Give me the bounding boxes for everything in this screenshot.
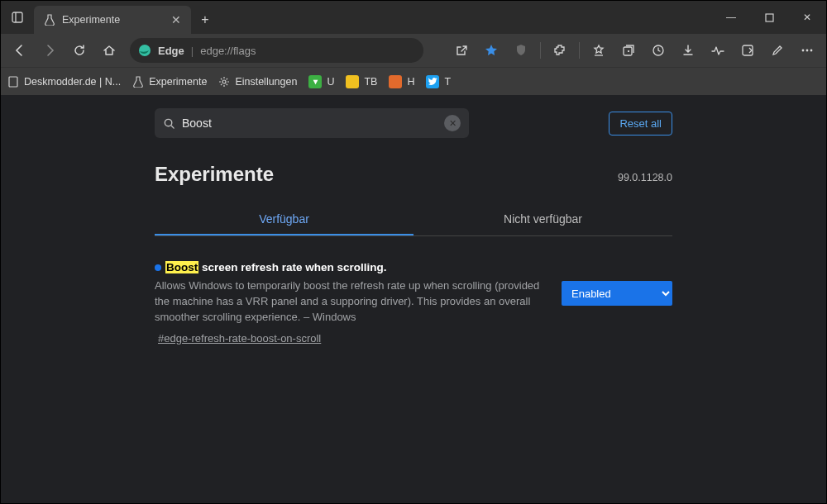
favorite-star-icon[interactable] [477, 37, 505, 64]
app-icon[interactable] [734, 37, 762, 64]
bookmark-label: Einstellungen [235, 76, 297, 88]
downloads-icon[interactable] [674, 37, 702, 64]
svg-rect-0 [12, 12, 22, 22]
clear-search-icon[interactable]: ✕ [444, 115, 461, 131]
page-icon [7, 76, 19, 88]
tab-available[interactable]: Verfügbar [155, 204, 414, 235]
bookmark-label: Experimente [149, 76, 207, 88]
search-icon [163, 117, 175, 130]
svg-point-8 [802, 50, 805, 52]
back-button[interactable] [6, 37, 34, 64]
home-button[interactable] [95, 37, 123, 64]
toolbar: Edge | edge://flags [1, 34, 826, 67]
favicon-icon [346, 75, 359, 88]
bookmark-tb[interactable]: TB [346, 75, 377, 88]
svg-point-10 [810, 50, 813, 52]
minimize-button[interactable]: — [712, 1, 750, 34]
page-content: ✕ Reset all Experimente 99.0.1128.0 Verf… [1, 95, 826, 503]
svg-point-3 [139, 45, 151, 56]
tab-actions-icon[interactable] [1, 12, 34, 23]
history-icon[interactable] [644, 37, 672, 64]
favicon-icon: ▾ [308, 75, 322, 88]
close-window-button[interactable]: ✕ [788, 1, 826, 34]
close-tab-icon[interactable]: ✕ [171, 13, 181, 26]
bookmark-deskmodder[interactable]: Deskmodder.de | N... [7, 76, 121, 88]
flag-hash-link[interactable]: #edge-refresh-rate-boost-on-scroll [158, 332, 321, 345]
address-bar[interactable]: Edge | edge://flags [130, 38, 423, 63]
favorites-list-icon[interactable] [585, 37, 613, 64]
bookmark-label: Deskmodder.de | N... [24, 76, 121, 88]
collections-icon[interactable] [614, 37, 643, 64]
bookmark-experimente[interactable]: Experimente [132, 76, 207, 88]
forward-button[interactable] [36, 37, 64, 64]
search-input[interactable] [182, 116, 437, 130]
flag-state-select[interactable]: Enabled [562, 281, 672, 306]
bookmark-einstellungen[interactable]: Einstellungen [218, 76, 297, 88]
flag-description: Allows Windows to temporarily boost the … [155, 278, 545, 326]
svg-rect-11 [9, 77, 17, 87]
maximize-button[interactable] [750, 1, 788, 34]
flag-title-highlight: Boost [165, 261, 198, 273]
svg-line-14 [171, 126, 174, 128]
address-url: edge://flags [200, 45, 256, 57]
flask-icon [132, 76, 144, 88]
flag-title: Boost screen refresh rate when scrolling… [155, 261, 545, 273]
bookmark-label: U [327, 76, 334, 88]
shield-icon[interactable] [507, 37, 535, 64]
titlebar: Experimente ✕ + — ✕ [1, 1, 826, 34]
svg-point-13 [165, 119, 171, 126]
bookmark-u[interactable]: ▾ U [308, 75, 334, 88]
tab-title: Experimente [62, 14, 120, 26]
flag-item: Boost screen refresh rate when scrolling… [155, 261, 672, 345]
edit-icon[interactable] [763, 37, 791, 64]
more-menu-icon[interactable] [793, 37, 821, 64]
bookmark-label: TB [364, 76, 377, 88]
extensions-icon[interactable] [546, 37, 574, 64]
version-label: 99.0.1128.0 [618, 172, 672, 183]
favicon-icon [389, 75, 402, 88]
svg-point-12 [222, 80, 226, 83]
refresh-button[interactable] [65, 37, 93, 64]
twitter-icon [426, 75, 439, 88]
flags-tabs: Verfügbar Nicht verfügbar [155, 204, 672, 236]
flags-search-box[interactable]: ✕ [155, 108, 469, 138]
new-tab-button[interactable]: + [191, 12, 219, 27]
flask-icon [44, 14, 55, 26]
edge-logo-icon [138, 44, 151, 57]
flag-title-rest: screen refresh rate when scrolling. [198, 261, 386, 273]
page-title: Experimente [155, 163, 274, 186]
gear-icon [218, 76, 230, 88]
performance-icon[interactable] [704, 37, 732, 64]
svg-rect-2 [766, 14, 773, 21]
bookmark-label: T [444, 76, 451, 88]
modified-dot-icon [155, 264, 161, 271]
bookmark-label: H [407, 76, 414, 88]
bookmark-h[interactable]: H [389, 75, 414, 88]
reset-all-button[interactable]: Reset all [609, 112, 672, 136]
address-separator: | [191, 45, 194, 57]
browser-tab[interactable]: Experimente ✕ [34, 6, 191, 34]
bookmark-t[interactable]: T [426, 75, 451, 88]
svg-point-9 [806, 50, 809, 52]
address-label: Edge [158, 45, 184, 57]
bookmarks-bar: Deskmodder.de | N... Experimente Einstel… [1, 67, 826, 95]
share-icon[interactable] [447, 37, 476, 64]
tab-unavailable[interactable]: Nicht verfügbar [414, 204, 672, 235]
